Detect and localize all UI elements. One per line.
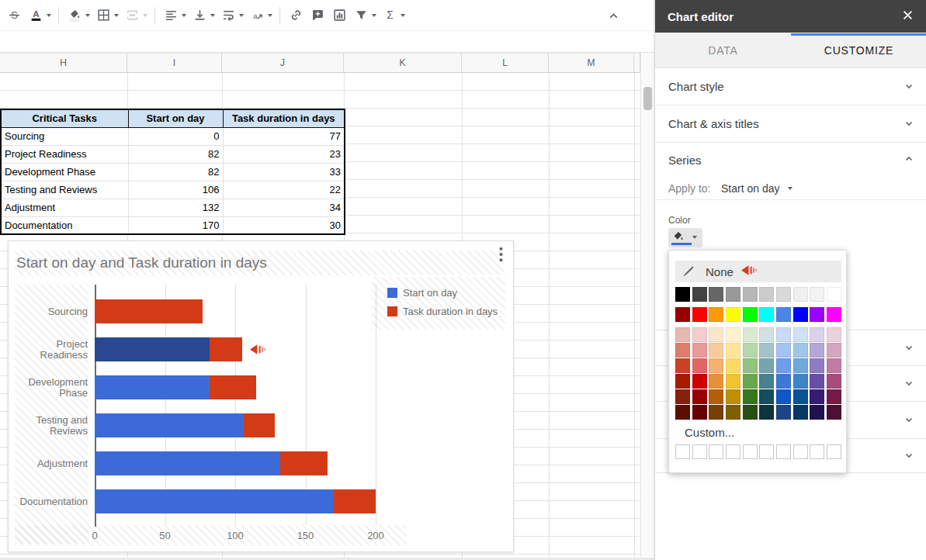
- palette-swatch[interactable]: [692, 405, 707, 420]
- bar-segment-start-on-day[interactable]: [95, 375, 210, 399]
- palette-swatch[interactable]: [675, 374, 690, 389]
- table-header-cell[interactable]: Start on day: [128, 109, 223, 127]
- palette-swatch[interactable]: [793, 405, 808, 420]
- cell[interactable]: 82: [128, 163, 223, 181]
- palette-swatch[interactable]: [827, 327, 841, 342]
- cell[interactable]: 30: [223, 216, 345, 234]
- palette-swatch[interactable]: [810, 389, 824, 404]
- palette-swatch[interactable]: [827, 307, 841, 322]
- palette-swatch[interactable]: [793, 358, 808, 373]
- column-header[interactable]: [634, 53, 640, 73]
- palette-swatch[interactable]: [827, 405, 841, 420]
- palette-swatch[interactable]: [692, 287, 707, 302]
- bar-segment-task-duration-in-days[interactable]: [334, 489, 376, 513]
- palette-swatch[interactable]: [726, 405, 740, 420]
- palette-swatch[interactable]: [827, 343, 841, 358]
- chart-card[interactable]: Start on day and Task duration in days 0…: [8, 240, 514, 552]
- palette-swatch[interactable]: [776, 358, 791, 373]
- palette-swatch[interactable]: [810, 374, 824, 389]
- text-wrap-button[interactable]: [218, 5, 238, 26]
- palette-swatch[interactable]: [709, 343, 723, 358]
- borders-button[interactable]: [93, 5, 113, 26]
- palette-swatch[interactable]: [743, 405, 758, 420]
- cell[interactable]: 23: [223, 145, 345, 163]
- palette-swatch[interactable]: [675, 287, 690, 302]
- palette-swatch[interactable]: [726, 287, 740, 302]
- column-header-K[interactable]: K: [344, 53, 462, 73]
- palette-swatch[interactable]: [810, 343, 824, 358]
- cell[interactable]: Documentation: [1, 216, 128, 234]
- palette-swatch[interactable]: [743, 389, 758, 404]
- bar-segment-task-duration-in-days[interactable]: [210, 337, 242, 361]
- palette-swatch[interactable]: [709, 374, 723, 389]
- cell[interactable]: Development Phase: [1, 163, 128, 181]
- palette-swatch[interactable]: [743, 307, 758, 322]
- palette-swatch[interactable]: [810, 327, 824, 342]
- column-header-J[interactable]: J: [222, 53, 344, 73]
- palette-swatch[interactable]: [759, 358, 774, 373]
- cell[interactable]: 33: [223, 163, 345, 181]
- cell[interactable]: Sourcing: [1, 127, 128, 145]
- palette-swatch[interactable]: [726, 389, 740, 404]
- palette-swatch[interactable]: [759, 307, 774, 322]
- strikethrough-button[interactable]: S: [4, 5, 24, 26]
- cell[interactable]: 0: [128, 127, 223, 145]
- legend-entry[interactable]: Task duration in days: [387, 305, 505, 317]
- palette-swatch[interactable]: [743, 343, 758, 358]
- close-button[interactable]: [900, 9, 914, 23]
- palette-swatch[interactable]: [692, 307, 707, 322]
- palette-swatch[interactable]: [793, 327, 808, 342]
- cell[interactable]: Project Readiness: [1, 145, 128, 163]
- cell[interactable]: 170: [128, 216, 223, 234]
- chart-legend[interactable]: Start on dayTask duration in days: [372, 277, 505, 330]
- palette-swatch[interactable]: [743, 374, 758, 389]
- cell[interactable]: 82: [128, 145, 223, 163]
- insert-comment-button[interactable]: [307, 5, 328, 26]
- chart-menu-button[interactable]: [495, 247, 506, 264]
- cell[interactable]: 22: [223, 181, 345, 199]
- palette-swatch[interactable]: [675, 343, 690, 358]
- custom-colors-button[interactable]: Custom...: [685, 426, 734, 439]
- palette-swatch[interactable]: [810, 307, 824, 322]
- palette-swatch[interactable]: [793, 374, 808, 389]
- palette-swatch[interactable]: [827, 358, 841, 373]
- column-header-H[interactable]: H: [0, 53, 127, 73]
- palette-swatch[interactable]: [692, 389, 707, 404]
- column-header-L[interactable]: L: [462, 53, 549, 73]
- cell[interactable]: 34: [223, 199, 345, 216]
- formula-bar[interactable]: [0, 31, 654, 53]
- column-header-M[interactable]: M: [549, 53, 634, 73]
- section-series[interactable]: Series: [655, 143, 926, 177]
- cell[interactable]: 77: [223, 127, 345, 145]
- palette-swatch[interactable]: [759, 327, 774, 342]
- vertical-align-button[interactable]: [189, 5, 210, 26]
- palette-swatch[interactable]: [759, 287, 774, 302]
- chart-title[interactable]: Start on day and Task duration in days: [16, 254, 267, 271]
- custom-color-slot[interactable]: [709, 444, 723, 459]
- series-color-button[interactable]: [668, 228, 702, 247]
- custom-color-slot[interactable]: [743, 444, 758, 459]
- palette-swatch[interactable]: [810, 358, 824, 373]
- palette-swatch[interactable]: [726, 327, 740, 342]
- custom-color-slot[interactable]: [692, 444, 707, 459]
- palette-swatch[interactable]: [743, 327, 758, 342]
- cell[interactable]: 106: [128, 181, 223, 199]
- palette-swatch[interactable]: [776, 405, 791, 420]
- palette-swatch[interactable]: [793, 287, 808, 302]
- functions-button[interactable]: Σ: [380, 5, 400, 26]
- palette-swatch[interactable]: [709, 327, 723, 342]
- text-color-button[interactable]: A: [26, 5, 46, 26]
- palette-swatch[interactable]: [675, 358, 690, 373]
- apply-to-dropdown[interactable]: Start on day: [721, 182, 780, 195]
- cell[interactable]: Testing and Reviews: [1, 181, 128, 199]
- insert-link-button[interactable]: [286, 5, 306, 26]
- palette-swatch[interactable]: [726, 358, 740, 373]
- palette-swatch[interactable]: [793, 343, 808, 358]
- palette-swatch[interactable]: [709, 358, 723, 373]
- palette-swatch[interactable]: [759, 389, 774, 404]
- section-chart-axis-titles[interactable]: Chart & axis titles: [655, 105, 926, 143]
- palette-swatch[interactable]: [793, 389, 808, 404]
- custom-color-slot[interactable]: [810, 444, 824, 459]
- insert-chart-button[interactable]: [329, 5, 349, 26]
- bar-segment-start-on-day[interactable]: [95, 337, 210, 361]
